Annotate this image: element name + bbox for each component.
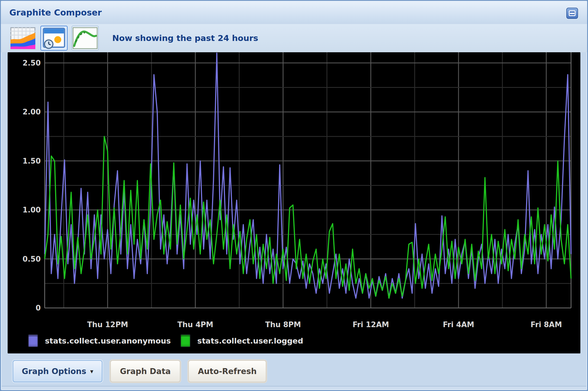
- window-title: Graphite Composer: [9, 8, 102, 18]
- graph-options-label: Graph Options: [22, 367, 86, 376]
- footer-toolbar: Graph Options ▾ Graph Data Auto-Refresh: [1, 353, 587, 382]
- svg-text:1.50: 1.50: [23, 157, 41, 165]
- legend-item-anonymous: stats.collect.user.anonymous: [28, 334, 171, 347]
- legend-label-logged: stats.collect.user.logged: [197, 336, 303, 345]
- svg-text:Fri 8AM: Fri 8AM: [531, 320, 562, 329]
- time-range-button[interactable]: [40, 26, 68, 51]
- chart-legend: stats.collect.user.anonymous stats.colle…: [28, 334, 303, 347]
- svg-text:1.00: 1.00: [23, 206, 41, 214]
- toolbar: Now showing the past 24 hours: [1, 24, 587, 52]
- line-chart-icon: [73, 27, 98, 49]
- svg-text:Thu 4PM: Thu 4PM: [178, 320, 213, 329]
- window-bottom-edge: [2, 386, 586, 389]
- graphite-composer-window: Graphite Composer: [0, 0, 588, 391]
- svg-text:0: 0: [36, 304, 41, 312]
- status-text: Now showing the past 24 hours: [112, 33, 258, 43]
- graph-options-button[interactable]: Graph Options ▾: [13, 360, 102, 382]
- svg-text:Thu 12PM: Thu 12PM: [87, 320, 128, 329]
- svg-text:0.50: 0.50: [23, 255, 41, 263]
- graph-data-button[interactable]: Graph Data: [110, 360, 180, 382]
- svg-text:2.00: 2.00: [23, 108, 41, 116]
- legend-label-anonymous: stats.collect.user.anonymous: [45, 336, 171, 345]
- auto-refresh-button[interactable]: Auto-Refresh: [188, 360, 266, 382]
- time-range-icon: [42, 27, 66, 49]
- stacked-area-chart-icon: [10, 27, 35, 49]
- dropdown-caret-icon: ▾: [90, 368, 93, 375]
- legend-swatch-anonymous: [28, 334, 38, 347]
- svg-text:Fri 4AM: Fri 4AM: [443, 320, 474, 329]
- titlebar: Graphite Composer: [1, 1, 587, 24]
- stacked-graph-mode-button[interactable]: [9, 26, 36, 51]
- line-graph-mode-button[interactable]: [72, 26, 99, 51]
- collapse-button[interactable]: [566, 8, 578, 19]
- svg-text:2.50: 2.50: [23, 59, 41, 67]
- window-collapse-icon: [569, 10, 576, 16]
- chart-plot: 00.501.001.502.002.50Thu 12PMThu 4PMThu …: [8, 52, 580, 353]
- svg-text:Fri 12AM: Fri 12AM: [353, 320, 389, 329]
- chart-panel: 00.501.001.502.002.50Thu 12PMThu 4PMThu …: [8, 52, 580, 353]
- legend-swatch-logged: [180, 334, 191, 347]
- svg-text:Thu 8PM: Thu 8PM: [265, 320, 301, 329]
- legend-item-logged: stats.collect.user.logged: [180, 334, 303, 347]
